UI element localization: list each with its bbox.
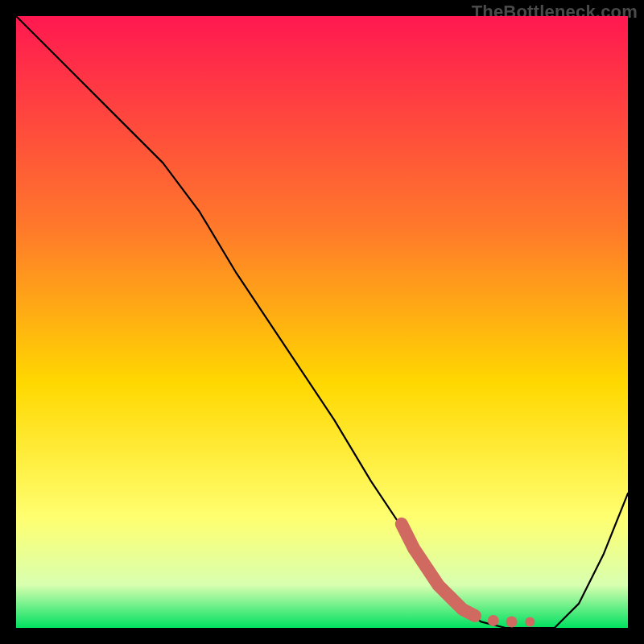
chart-frame: TheBottleneck.com [0,0,644,644]
highlight-dot [525,617,535,626]
plot-area [16,16,628,628]
chart-svg [16,16,628,628]
highlight-dot [506,616,518,627]
highlight-dot [488,615,499,626]
